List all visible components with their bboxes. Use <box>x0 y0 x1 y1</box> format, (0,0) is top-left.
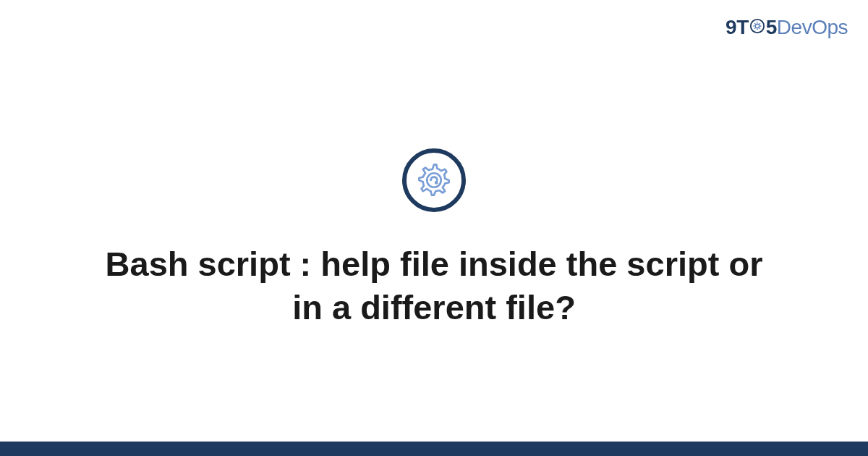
svg-point-3 <box>435 182 437 183</box>
footer-bar <box>0 442 868 456</box>
svg-point-2 <box>427 173 441 187</box>
gear-icon-circle <box>402 148 466 212</box>
main-content: Bash script : help file inside the scrip… <box>0 0 868 456</box>
gear-icon <box>415 161 453 199</box>
page-title: Bash script : help file inside the scrip… <box>87 242 781 329</box>
